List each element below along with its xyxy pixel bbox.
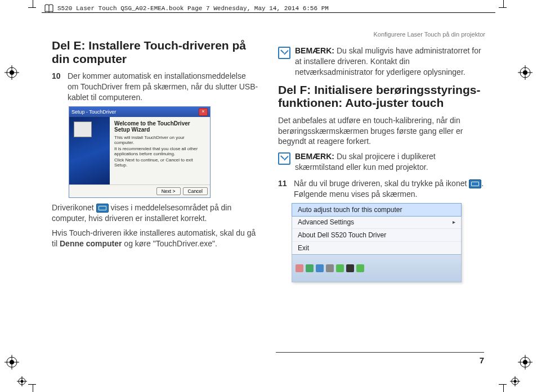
setup-wizard-screenshot: Setup - TouchDriver × Welcome to the Tou… xyxy=(69,106,211,198)
registration-mark-icon xyxy=(518,355,532,370)
driver-tray-icon xyxy=(96,204,109,213)
wizard-next-button: Next > xyxy=(156,187,181,195)
registration-mark-icon xyxy=(5,355,19,370)
right-column: Konfigurere Laser Touch på din projektor… xyxy=(278,31,485,370)
section-e-heading: Del E: Installere Touch-driveren på din … xyxy=(52,39,259,65)
tray-icon xyxy=(326,264,334,272)
menu-item-about: About Dell S520 Touch Driver xyxy=(292,229,461,242)
driver-tray-icon xyxy=(469,179,481,188)
wizard-text: It is recommended that you close all oth… xyxy=(114,146,205,156)
tray-icon xyxy=(316,264,324,272)
tray-icon xyxy=(356,264,364,272)
installer-icon xyxy=(74,121,92,137)
note-duplicate-display: BEMÆRK: Du skal projicere i duplikeret s… xyxy=(278,151,485,173)
registration-mark-icon xyxy=(518,65,532,80)
wizard-text: This will install TouchDriver on your co… xyxy=(114,135,205,145)
registration-mark-icon xyxy=(5,65,19,80)
header-rule xyxy=(42,12,495,13)
section-f-heading: Del F: Initialisere berøringsstyrings-fu… xyxy=(278,83,485,110)
left-column: Del E: Installere Touch-driveren på din … xyxy=(52,31,259,370)
note-icon xyxy=(278,47,290,59)
step-10: 10 Der kommer automatisk en installation… xyxy=(52,71,259,103)
driver-icon-paragraph: Driverikonet vises i meddelelsesområdet … xyxy=(52,202,259,224)
wizard-title: Setup - TouchDriver xyxy=(71,109,116,115)
page-number-rule xyxy=(276,352,484,353)
step-text: Der kommer automatisk en installationsme… xyxy=(68,71,259,103)
crop-mark xyxy=(499,0,509,10)
menu-item-advanced: Advanced Settings▸ xyxy=(292,216,461,229)
wizard-text: Click Next to continue, or Cancel to exi… xyxy=(114,157,205,168)
note-icon xyxy=(278,152,290,165)
step-number: 10 xyxy=(52,71,68,103)
context-menu-screenshot: Auto adjust touch for this computer Adva… xyxy=(292,203,462,282)
section-f-intro: Det anbefales at udføre en touch-kalibre… xyxy=(278,115,485,147)
note-admin-rights: BEMÆRK: Du skal muligvis have administra… xyxy=(278,46,485,78)
wizard-sidebar xyxy=(69,117,110,184)
crop-mark xyxy=(499,382,509,392)
wizard-titlebar: Setup - TouchDriver × xyxy=(69,107,210,117)
close-icon: × xyxy=(199,108,208,116)
crop-mark xyxy=(28,382,38,392)
page-number: 7 xyxy=(480,355,484,365)
tray-icon xyxy=(336,264,344,272)
wizard-cancel-button: Cancel xyxy=(183,187,208,195)
step-number: 11 xyxy=(278,178,294,200)
crop-mark xyxy=(28,0,38,10)
wizard-heading: Welcome to the TouchDriver Setup Wizard xyxy=(114,120,205,133)
step-11: 11 Når du vil bruge driveren, skal du tr… xyxy=(278,178,485,200)
tray-icon xyxy=(296,264,303,272)
system-tray xyxy=(292,254,461,282)
submenu-arrow-icon: ▸ xyxy=(453,219,455,225)
registration-mark-icon xyxy=(17,376,27,386)
pdf-header-text: S520 Laser Touch QSG_A02-EMEA.book Page … xyxy=(57,5,329,12)
step-text: Når du vil bruge driveren, skal du trykk… xyxy=(294,178,485,200)
menu-item-exit: Exit xyxy=(292,242,461,254)
tray-icon xyxy=(306,264,314,272)
menu-item-auto-adjust: Auto adjust touch for this computer xyxy=(292,203,462,217)
registration-mark-icon xyxy=(510,376,520,386)
manual-install-paragraph: Hvis Touch-driveren ikke installeres aut… xyxy=(52,228,259,249)
tray-icon xyxy=(346,264,354,272)
running-head: Konfigurere Laser Touch på din projektor xyxy=(278,31,485,38)
